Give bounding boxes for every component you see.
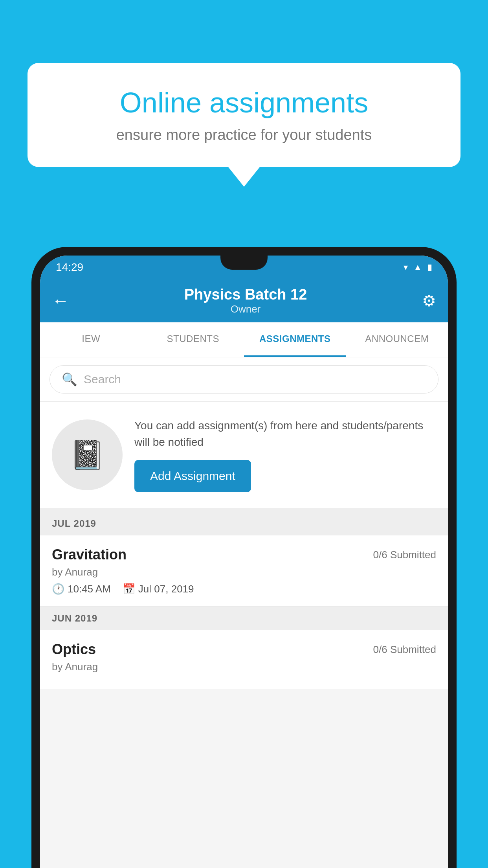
assignment-submitted: 0/6 Submitted xyxy=(373,549,436,561)
tab-assignments[interactable]: ASSIGNMENTS xyxy=(244,322,346,357)
speech-bubble-subtitle: ensure more practice for your students xyxy=(59,127,429,143)
app-bar: ← Physics Batch 12 Owner ⚙ xyxy=(40,279,448,322)
battery-icon: ▮ xyxy=(427,262,432,272)
section-header-jul: JUL 2019 xyxy=(40,512,448,535)
settings-button[interactable]: ⚙ xyxy=(422,292,436,310)
assignment-date-value: Jul 07, 2019 xyxy=(138,583,194,595)
assignment-time-value: 10:45 AM xyxy=(68,583,111,595)
tab-students[interactable]: STUDENTS xyxy=(142,322,244,357)
section-header-jun: JUN 2019 xyxy=(40,607,448,630)
speech-bubble-pointer xyxy=(228,167,260,187)
search-icon: 🔍 xyxy=(62,372,77,387)
phone-screen: 14:29 ▾ ▲ ▮ ← Physics Batch 12 Owner ⚙ I… xyxy=(40,256,448,868)
assignment-info-text: You can add assignment(s) from here and … xyxy=(134,417,436,451)
app-bar-title: Physics Batch 12 xyxy=(184,286,307,303)
assignment-item-top: Gravitation 0/6 Submitted xyxy=(52,546,436,563)
phone-frame: 14:29 ▾ ▲ ▮ ← Physics Batch 12 Owner ⚙ I… xyxy=(31,247,457,868)
assignment-name: Gravitation xyxy=(52,546,127,563)
assignment-icon-circle: 📓 xyxy=(52,419,123,490)
notebook-icon: 📓 xyxy=(70,438,105,472)
assignment-optics-by: by Anurag xyxy=(52,661,436,673)
assignment-optics-submitted: 0/6 Submitted xyxy=(373,644,436,656)
assignment-item-gravitation[interactable]: Gravitation 0/6 Submitted by Anurag 🕐 10… xyxy=(40,535,448,607)
assignment-item-optics[interactable]: Optics 0/6 Submitted by Anurag xyxy=(40,630,448,689)
app-bar-center: Physics Batch 12 Owner xyxy=(184,286,307,315)
assignment-optics-name: Optics xyxy=(52,641,96,658)
tab-iew[interactable]: IEW xyxy=(40,322,142,357)
tabs: IEW STUDENTS ASSIGNMENTS ANNOUNCEM xyxy=(40,322,448,357)
add-assignment-button[interactable]: Add Assignment xyxy=(134,460,251,492)
search-bar[interactable]: 🔍 Search xyxy=(50,365,438,394)
back-button[interactable]: ← xyxy=(52,291,69,311)
notch xyxy=(220,256,268,270)
assignment-date: 📅 Jul 07, 2019 xyxy=(123,583,194,595)
speech-bubble-title: Online assignments xyxy=(59,86,429,119)
wifi-icon: ▾ xyxy=(404,262,408,272)
status-icons: ▾ ▲ ▮ xyxy=(404,262,432,272)
signal-icon: ▲ xyxy=(413,262,422,272)
speech-bubble-container: Online assignments ensure more practice … xyxy=(28,63,460,187)
app-bar-subtitle: Owner xyxy=(184,303,307,315)
assignment-info: You can add assignment(s) from here and … xyxy=(134,417,436,492)
status-time: 14:29 xyxy=(56,261,83,274)
tab-announcements[interactable]: ANNOUNCEM xyxy=(346,322,448,357)
speech-bubble: Online assignments ensure more practice … xyxy=(28,63,460,167)
assignment-meta: 🕐 10:45 AM 📅 Jul 07, 2019 xyxy=(52,583,436,595)
clock-icon: 🕐 xyxy=(52,583,64,595)
assignment-by: by Anurag xyxy=(52,566,436,578)
add-assignment-area: 📓 You can add assignment(s) from here an… xyxy=(40,402,448,512)
calendar-icon: 📅 xyxy=(123,583,135,595)
assignment-item-optics-top: Optics 0/6 Submitted xyxy=(52,641,436,658)
status-bar: 14:29 ▾ ▲ ▮ xyxy=(40,256,448,279)
search-container: 🔍 Search xyxy=(40,357,448,402)
assignment-time: 🕐 10:45 AM xyxy=(52,583,111,595)
search-placeholder: Search xyxy=(84,373,121,386)
